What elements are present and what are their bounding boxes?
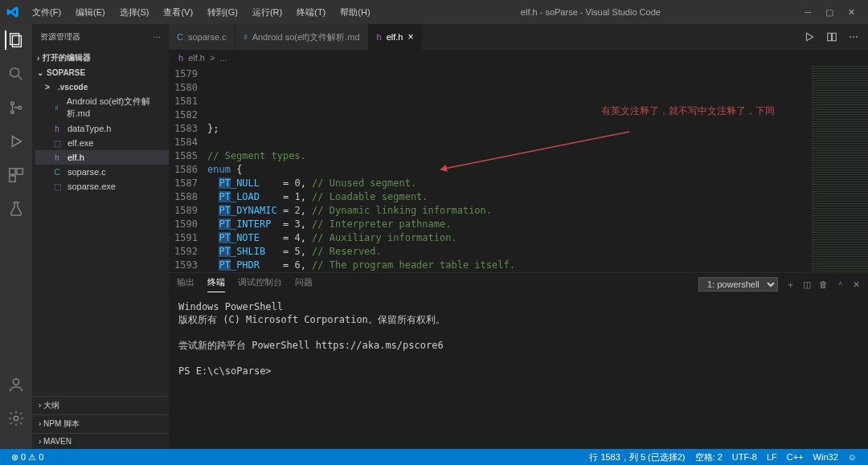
menu-item[interactable]: 帮助(H) — [334, 3, 376, 22]
status-bar: ⊗ 0 ⚠ 0 行 1583，列 5 (已选择2)空格: 2UTF-8LFC++… — [0, 449, 868, 465]
split-editor-icon[interactable] — [826, 31, 837, 43]
tree-item[interactable]: Csoparse.c — [35, 165, 169, 179]
svg-point-12 — [14, 416, 18, 421]
tab-label: Android so(elf)文件解析.md — [252, 31, 360, 43]
editor-tabs: Csoparse.c♯Android so(elf)文件解析.mdhelf.h×… — [169, 24, 868, 50]
close-tab-icon[interactable]: × — [407, 31, 413, 43]
extensions-icon[interactable] — [6, 165, 26, 185]
account-icon[interactable] — [6, 375, 26, 394]
svg-rect-10 — [10, 176, 15, 182]
tab-label: soparse.c — [188, 32, 227, 42]
svg-marker-13 — [807, 33, 813, 40]
menu-item[interactable]: 选择(S) — [113, 3, 156, 22]
tree-item[interactable]: ⬚elf.exe — [35, 136, 169, 150]
project-section[interactable]: ⌄SOPARSE — [32, 66, 169, 80]
terminal-panel: 输出终端调试控制台问题 1: powershell ＋ ◫ 🗑 ＾ ✕ Wind… — [169, 272, 868, 449]
svg-line-16 — [444, 132, 629, 169]
source-control-icon[interactable] — [6, 98, 26, 117]
menu-item[interactable]: 转到(G) — [201, 3, 244, 22]
menu-item[interactable]: 文件(F) — [26, 3, 68, 22]
menu-item[interactable]: 编辑(E) — [69, 3, 112, 22]
minimap[interactable] — [812, 66, 868, 272]
svg-point-5 — [11, 111, 14, 114]
more-icon[interactable]: ⋯ — [153, 33, 161, 42]
explorer-icon[interactable] — [5, 31, 26, 50]
settings-gear-icon[interactable] — [6, 409, 26, 428]
maximize-panel-icon[interactable]: ＾ — [836, 279, 845, 291]
sidebar-section[interactable]: › NPM 脚本 — [32, 414, 169, 433]
panel-tab[interactable]: 输出 — [177, 276, 194, 292]
file-icon: h — [178, 53, 183, 63]
panel-tab[interactable]: 问题 — [295, 276, 313, 292]
file-label: elf.h — [68, 153, 84, 162]
editor-tab[interactable]: Csoparse.c — [169, 24, 235, 50]
status-item[interactable]: LF — [762, 451, 782, 463]
file-icon: ♯ — [244, 32, 248, 43]
status-item[interactable]: C++ — [782, 451, 809, 463]
editor-tab[interactable]: helf.h× — [369, 24, 423, 50]
split-terminal-icon[interactable]: ◫ — [803, 279, 811, 290]
tree-item[interactable]: hdataType.h — [35, 121, 169, 136]
breadcrumb[interactable]: h elf.h > ... — [169, 50, 868, 66]
code-content[interactable]: 有英文注释了，就不写中文注释了，下同 };// Segment types.en… — [207, 66, 812, 272]
terminal-output[interactable]: Windows PowerShell 版权所有 (C) Microsoft Co… — [169, 296, 868, 449]
vscode-logo-icon — [6, 6, 19, 18]
file-icon: ⬚ — [51, 181, 63, 192]
menu-item[interactable]: 查看(V) — [157, 3, 199, 22]
arrow-icon — [440, 130, 633, 178]
sidebar-header: 资源管理器 ⋯ — [32, 24, 169, 50]
maximize-icon[interactable]: ▢ — [825, 7, 833, 18]
tree-item[interactable]: >.vscode — [35, 80, 169, 94]
line-gutter: 1579158015811582158315841585158615871588… — [169, 66, 207, 272]
panel-tab[interactable]: 调试控制台 — [238, 276, 282, 292]
status-item[interactable]: ⊗ 0 ⚠ 0 — [6, 452, 48, 463]
window-title: elf.h - soParse - Visual Studio Code — [377, 7, 805, 17]
tab-label: elf.h — [387, 32, 403, 42]
minimize-icon[interactable]: ─ — [805, 7, 811, 18]
annotation-text: 有英文注释了，就不写中文注释了，下同 — [601, 104, 775, 118]
svg-rect-8 — [10, 169, 15, 174]
file-icon: > — [42, 81, 53, 92]
run-icon[interactable] — [804, 31, 815, 43]
panel-tab[interactable]: 终端 — [207, 276, 225, 292]
search-icon[interactable] — [6, 64, 26, 84]
breadcrumb-sep-icon: > — [210, 53, 215, 63]
new-terminal-icon[interactable]: ＋ — [786, 279, 795, 291]
tree-item[interactable]: ⬚soparse.exe — [35, 179, 169, 194]
editor-tab[interactable]: ♯Android so(elf)文件解析.md — [235, 24, 369, 50]
window-controls: ─ ▢ ✕ — [805, 7, 862, 18]
more-actions-icon[interactable]: ⋯ — [849, 31, 858, 43]
chevron-right-icon: › — [37, 54, 39, 63]
terminal-selector[interactable]: 1: powershell — [698, 277, 778, 292]
file-tree: >.vscode♯Android so(elf)文件解析.mdhdataType… — [32, 80, 169, 194]
svg-marker-7 — [12, 137, 21, 147]
breadcrumb-file: elf.h — [188, 53, 205, 63]
file-label: soparse.c — [68, 167, 106, 177]
close-icon[interactable]: ✕ — [848, 7, 855, 18]
status-item[interactable]: 空格: 2 — [690, 451, 727, 463]
tree-item[interactable]: helf.h — [35, 150, 169, 165]
status-item[interactable]: Win32 — [809, 451, 843, 463]
run-debug-icon[interactable] — [6, 132, 26, 151]
menu-item[interactable]: 运行(R) — [246, 3, 289, 22]
editor-area: Csoparse.c♯Android so(elf)文件解析.mdhelf.h×… — [169, 24, 868, 449]
kill-terminal-icon[interactable]: 🗑 — [819, 279, 828, 289]
explorer-sidebar: 资源管理器 ⋯ ›打开的编辑器 ⌄SOPARSE >.vscode♯Androi… — [32, 24, 169, 449]
testing-icon[interactable] — [6, 199, 26, 218]
tree-item[interactable]: ♯Android so(elf)文件解析.md — [35, 94, 169, 121]
svg-rect-14 — [828, 33, 832, 40]
chevron-down-icon: ⌄ — [37, 68, 43, 77]
open-editors-section[interactable]: ›打开的编辑器 — [32, 50, 169, 66]
status-item[interactable]: 行 1583，列 5 (已选择2) — [584, 451, 690, 463]
close-panel-icon[interactable]: ✕ — [853, 279, 860, 290]
status-item[interactable]: UTF-8 — [727, 451, 762, 463]
file-label: dataType.h — [68, 124, 111, 133]
editor-body[interactable]: 1579158015811582158315841585158615871588… — [169, 66, 868, 272]
menu-item[interactable]: 终端(T) — [290, 3, 332, 22]
svg-line-3 — [18, 76, 23, 80]
sidebar-section[interactable]: › 大纲 — [32, 396, 169, 414]
sidebar-section[interactable]: › MAVEN — [32, 433, 169, 449]
activity-bar — [0, 24, 32, 449]
svg-rect-15 — [833, 33, 837, 40]
status-item[interactable]: ☺ — [843, 451, 862, 463]
